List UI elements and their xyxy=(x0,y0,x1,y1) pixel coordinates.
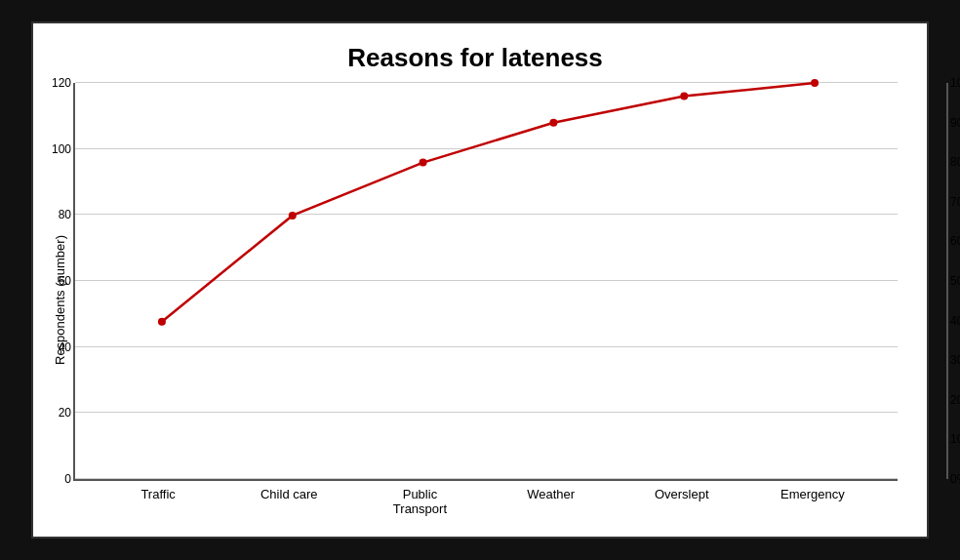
x-labels: TrafficChild carePublicTransportWeatherO… xyxy=(73,481,898,517)
y-tick-label: 80 xyxy=(59,208,71,221)
y-tick-label: 20 xyxy=(59,406,71,420)
x-label: Weather xyxy=(486,487,617,517)
x-label: Traffic xyxy=(93,487,223,517)
y-tick-label: 60 xyxy=(59,274,71,288)
x-label: Emergency xyxy=(747,487,878,517)
x-label: Overslept xyxy=(617,487,747,517)
y-tick-label: 120 xyxy=(52,76,71,90)
plot-area: 020406080100120 0%10%20%30%40%50%60%70%8… xyxy=(73,83,898,481)
chart-inner: 020406080100120 0%10%20%30%40%50%60%70%8… xyxy=(73,83,898,517)
chart-container: Reasons for lateness Respondents (number… xyxy=(31,21,929,539)
chart-area: Respondents (number) 020406080100120 0%1… xyxy=(53,83,898,517)
y-tick-label: 100 xyxy=(52,142,71,156)
x-label: PublicTransport xyxy=(354,487,485,517)
y-tick-label: 40 xyxy=(59,340,71,354)
x-label: Child care xyxy=(223,487,354,517)
bars-container xyxy=(75,83,898,479)
y-tick-label: 0 xyxy=(64,472,71,486)
chart-title: Reasons for lateness xyxy=(53,43,898,73)
right-axis-line xyxy=(946,83,948,479)
